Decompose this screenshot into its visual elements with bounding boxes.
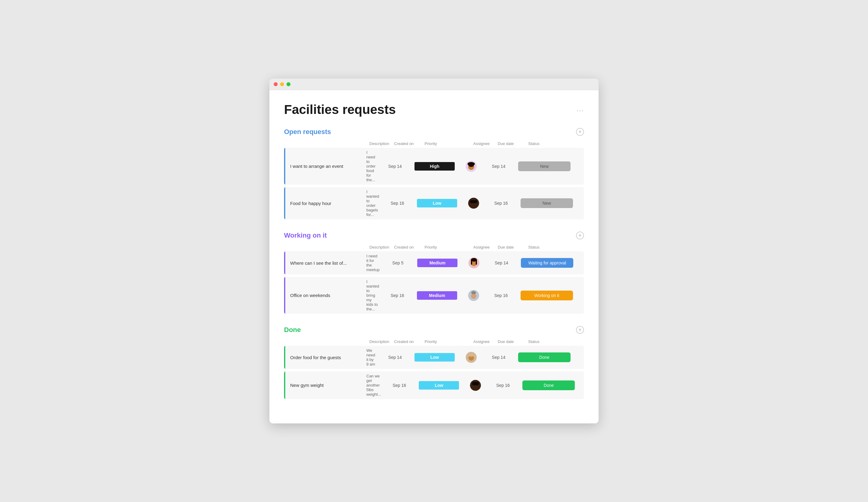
cell-created-on: Sep 5 xyxy=(382,258,413,268)
row-accent-bar xyxy=(284,251,285,274)
cell-name: Office on weekends xyxy=(284,290,363,300)
col-header-1: Description xyxy=(367,339,392,344)
cell-name: Where can I see the list of... xyxy=(284,258,363,268)
cell-description: I wanted to bring my kids to the... xyxy=(363,277,382,314)
col-header-0 xyxy=(288,339,367,344)
col-header-6: Status xyxy=(526,245,587,250)
cell-description: We need it by 9 am xyxy=(363,346,380,369)
cell-name: I want to arrange an event xyxy=(284,161,363,171)
col-header-5: Due date xyxy=(495,142,526,146)
cell-status: New xyxy=(514,159,575,174)
cell-actions xyxy=(579,383,584,388)
cell-status: New xyxy=(516,196,577,210)
main-content: Facilities requests ··· Open requests+De… xyxy=(269,90,599,423)
svg-rect-21 xyxy=(472,382,479,385)
add-row-button-open[interactable]: + xyxy=(576,128,584,136)
cell-priority: High xyxy=(410,160,459,173)
row-accent-bar xyxy=(284,371,285,399)
col-header-1: Description xyxy=(367,245,392,250)
svg-rect-6 xyxy=(470,200,477,203)
col-header-6: Status xyxy=(526,339,587,344)
col-header-5: Due date xyxy=(495,245,526,250)
sections-container: Open requests+DescriptionCreated onPrior… xyxy=(284,128,584,399)
cell-priority: Low xyxy=(414,379,463,392)
page-header: Facilities requests ··· xyxy=(284,102,584,117)
table-row[interactable]: New gym weightCan we get another 5lbs we… xyxy=(284,371,584,399)
col-header-4: Assignee xyxy=(471,245,495,250)
priority-badge: Low xyxy=(414,353,455,362)
cell-description: I need to order food for the... xyxy=(363,148,380,185)
table-header-working: DescriptionCreated onPriorityAssigneeDue… xyxy=(284,243,584,251)
cell-status: Waiting for approval xyxy=(517,255,578,270)
priority-badge: Low xyxy=(419,381,459,390)
section-title-open: Open requests xyxy=(284,128,331,136)
cell-description: I wanted to order bagels for... xyxy=(363,187,382,219)
cell-name: Order food for the guests xyxy=(284,353,363,363)
maximize-button[interactable] xyxy=(287,82,290,86)
col-header-7 xyxy=(587,142,596,146)
cell-status: Working on it xyxy=(516,288,577,303)
priority-badge: Medium xyxy=(417,259,457,267)
col-header-3: Priority xyxy=(422,142,471,146)
col-header-7 xyxy=(587,339,596,344)
col-header-7 xyxy=(587,245,596,250)
avatar xyxy=(468,258,479,268)
cell-assignee xyxy=(462,195,486,211)
col-header-0 xyxy=(288,142,367,146)
col-header-1: Description xyxy=(367,142,392,146)
avatar xyxy=(468,198,479,209)
cell-created-on: Sep 16 xyxy=(382,291,413,300)
section-working: Working on it+DescriptionCreated onPrior… xyxy=(284,231,584,314)
table-row[interactable]: Where can I see the list of...I need it … xyxy=(284,251,584,274)
svg-point-3 xyxy=(467,162,475,166)
add-row-button-done[interactable]: + xyxy=(576,326,584,334)
svg-point-18 xyxy=(468,353,474,357)
col-header-3: Priority xyxy=(422,339,471,344)
cell-due-date: Sep 14 xyxy=(483,353,514,362)
avatar xyxy=(468,290,479,301)
col-header-3: Priority xyxy=(422,245,471,250)
page-title: Facilities requests xyxy=(284,102,396,117)
table-header-done: DescriptionCreated onPriorityAssigneeDue… xyxy=(284,337,584,346)
section-open: Open requests+DescriptionCreated onPrior… xyxy=(284,128,584,219)
close-button[interactable] xyxy=(274,82,278,86)
cell-assignee xyxy=(459,349,483,365)
more-options-button[interactable]: ··· xyxy=(577,102,584,115)
cell-assignee xyxy=(462,287,486,303)
svg-point-15 xyxy=(472,291,475,293)
svg-rect-10 xyxy=(471,260,472,265)
cell-created-on: Sep 16 xyxy=(384,380,414,390)
col-header-4: Assignee xyxy=(471,339,495,344)
table-row[interactable]: Order food for the guestsWe need it by 9… xyxy=(284,346,584,369)
priority-badge: Medium xyxy=(417,291,457,300)
cell-actions xyxy=(575,355,584,360)
cell-due-date: Sep 16 xyxy=(486,198,516,208)
cell-priority: Medium xyxy=(413,289,462,302)
section-title-working: Working on it xyxy=(284,231,327,239)
avatar xyxy=(470,380,481,391)
col-header-2: Created on xyxy=(392,245,422,250)
col-header-4: Assignee xyxy=(471,142,495,146)
cell-due-date: Sep 14 xyxy=(483,161,514,171)
minimize-button[interactable] xyxy=(280,82,284,86)
table-row[interactable]: I want to arrange an eventI need to orde… xyxy=(284,148,584,185)
cell-assignee xyxy=(463,377,488,393)
section-header-working: Working on it+ xyxy=(284,231,584,239)
add-row-button-working[interactable]: + xyxy=(576,231,584,239)
svg-rect-11 xyxy=(476,260,477,265)
cell-due-date: Sep 16 xyxy=(488,380,518,390)
cell-description: Can we get another 5lbs weight... xyxy=(363,371,384,399)
col-header-6: Status xyxy=(526,142,587,146)
cell-actions xyxy=(577,293,584,298)
cell-description: I need it for the meetup xyxy=(363,251,382,274)
section-header-done: Done+ xyxy=(284,326,584,334)
status-badge: Waiting for approval xyxy=(521,258,573,268)
cell-status: Done xyxy=(514,350,575,365)
cell-actions xyxy=(577,201,584,206)
col-header-2: Created on xyxy=(392,142,422,146)
table-row[interactable]: Office on weekendsI wanted to bring my k… xyxy=(284,277,584,314)
table-row[interactable]: Food for happy hourI wanted to order bag… xyxy=(284,187,584,219)
titlebar xyxy=(269,79,599,90)
status-badge: Done xyxy=(518,353,570,362)
table-header-open: DescriptionCreated onPriorityAssigneeDue… xyxy=(284,139,584,148)
